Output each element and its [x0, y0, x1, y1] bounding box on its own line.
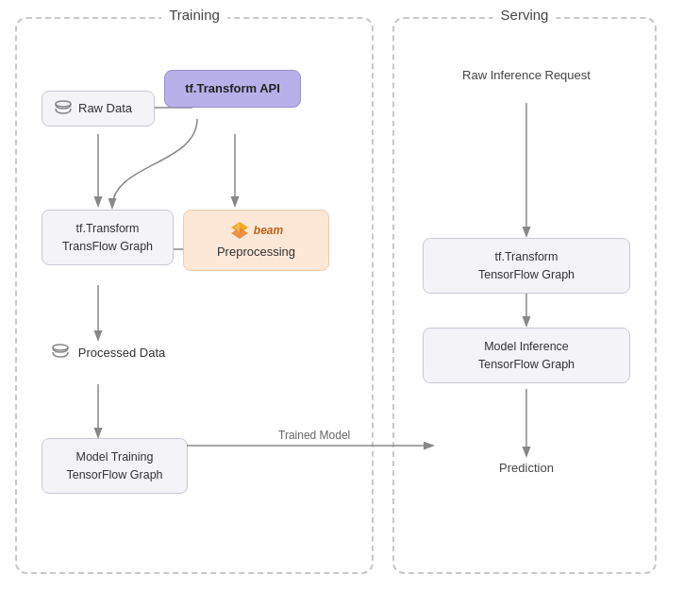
tf-transform-tf-graph-node: tf.Transform TensorFlow Graph	[423, 238, 630, 294]
beam-label: beam	[254, 223, 283, 239]
serving-panel: Serving Raw Inf	[392, 17, 657, 574]
raw-data-label: Raw Data	[78, 100, 132, 117]
prediction-label: Prediction	[499, 461, 554, 475]
tf-transform-api-box: tf.Transform API	[164, 70, 301, 108]
preprocessing-label: Preprocessing	[217, 244, 295, 261]
processed-data-node: Processed Data	[42, 342, 174, 363]
prediction-node: Prediction	[409, 459, 643, 476]
tf-transform-api-node: tf.Transform API	[164, 70, 301, 108]
model-inference-label: Model Inference TensorFlow Graph	[478, 340, 575, 371]
raw-data-node: Raw Data	[42, 91, 155, 127]
preprocessing-box: beam Preprocessing	[183, 210, 329, 271]
model-training-label: Model Training TensorFlow Graph	[66, 450, 162, 481]
tf-transform-api-label: tf.Transform API	[185, 81, 280, 95]
transflow-graph-box: tf.Transform TransFlow Graph	[42, 210, 174, 265]
preprocessing-node: beam Preprocessing	[183, 210, 329, 271]
database-icon	[54, 99, 73, 118]
raw-inference-label: Raw Inference Request	[462, 68, 591, 82]
svg-point-4	[56, 101, 71, 107]
raw-inference-node: Raw Inference Request	[409, 66, 643, 83]
training-label: Training	[161, 7, 227, 23]
transflow-graph-label: tf.Transform TransFlow Graph	[62, 222, 153, 253]
tf-transform-tf-graph-label: tf.Transform TensorFlow Graph	[478, 250, 575, 281]
training-panel: Training	[15, 17, 374, 574]
serving-label: Serving	[493, 7, 557, 23]
beam-icon	[229, 220, 250, 241]
svg-point-8	[53, 345, 68, 350]
transflow-graph-node: tf.Transform TransFlow Graph	[42, 210, 174, 265]
model-training-box: Model Training TensorFlow Graph	[42, 438, 188, 494]
tf-transform-tf-graph-box: tf.Transform TensorFlow Graph	[423, 238, 630, 294]
model-inference-node: Model Inference TensorFlow Graph	[423, 328, 630, 383]
processed-data-box: Processed Data	[50, 342, 166, 363]
raw-data-box: Raw Data	[42, 91, 155, 127]
processed-database-icon	[50, 342, 71, 363]
diagram-container: Training	[15, 17, 685, 574]
processed-data-label: Processed Data	[78, 346, 166, 360]
model-inference-box: Model Inference TensorFlow Graph	[423, 328, 630, 383]
model-training-node: Model Training TensorFlow Graph	[42, 438, 188, 494]
